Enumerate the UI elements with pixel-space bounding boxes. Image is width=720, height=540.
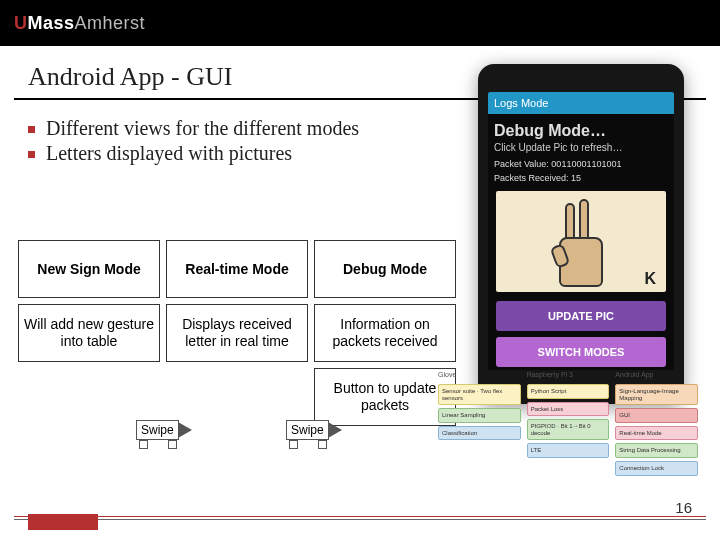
packets-received: Packets Received: 15 [488,171,674,185]
screen-subtitle: Click Update Pic to refresh… [488,142,674,157]
col-head-debug: Debug Mode [314,240,456,298]
diag-box: Real-time Mode [615,426,698,441]
diag-box: GUI [615,408,698,423]
bullet-list: Different views for the different modes … [28,116,408,166]
architecture-diagram: Glove Sensor suite · Two flex sensors Li… [438,371,698,476]
update-pic-button[interactable]: UPDATE PIC [496,301,666,331]
page-number: 16 [675,499,692,516]
diag-box: Sensor suite · Two flex sensors [438,384,521,405]
col-desc-debug: Information on packets received [314,304,456,362]
diag-box: String Data Processing [615,443,698,458]
diag-head-glove: Glove [438,371,521,381]
mode-table: New Sign Mode Will add new gesture into … [18,240,456,432]
col-head-realtime: Real-time Mode [166,240,308,298]
bullet-item: Letters displayed with pictures [28,141,408,166]
slide-footer [0,516,720,520]
diag-box: LTE [527,443,610,458]
packet-value: Packet Value: 00110001101001 [488,157,674,171]
gesture-image: K [496,191,666,292]
col-desc-new-sign: Will add new gesture into table [18,304,160,362]
arrow-right-icon [328,422,342,438]
diag-head-app: Android App [615,371,698,381]
handle-icon [318,440,327,449]
diag-box: Sign-Language-Image Mapping [615,384,698,405]
handle-icon [289,440,298,449]
diag-box: Connection Lock [615,461,698,476]
footer-accent [28,514,98,530]
diag-box: PIGPIOD · Bit 1→Bit 0 decode [527,419,610,440]
switch-modes-button[interactable]: SWITCH MODES [496,337,666,367]
handle-icon [168,440,177,449]
diag-box: Classification [438,426,521,441]
swipe-label: Swipe [136,420,179,440]
swipe-arrow-2: Swipe [286,420,342,440]
handle-icon [139,440,148,449]
col-head-new-sign: New Sign Mode [18,240,160,298]
app-topbar: Logs Mode [488,92,674,114]
diag-head-rpi: Raspberry Pi 3 [527,371,610,381]
screen-title: Debug Mode… [488,114,674,142]
letter-label: K [644,270,656,288]
swipe-label: Swipe [286,420,329,440]
diag-box: Python Script [527,384,610,399]
diag-box: Linear Sampling [438,408,521,423]
col-extra-debug: Button to update packets [314,368,456,426]
diag-box: Packet Loss [527,402,610,417]
phone-screen: Logs Mode Debug Mode… Click Update Pic t… [488,92,674,370]
umass-logo: UMassAmherst [14,13,145,34]
swipe-arrow-1: Swipe [136,420,192,440]
brand-header: UMassAmherst [0,0,720,46]
arrow-right-icon [178,422,192,438]
col-desc-realtime: Displays received letter in real time [166,304,308,362]
phone-mockup: Logs Mode Debug Mode… Click Update Pic t… [478,64,684,404]
bullet-item: Different views for the different modes [28,116,408,141]
hand-icon [551,197,611,287]
